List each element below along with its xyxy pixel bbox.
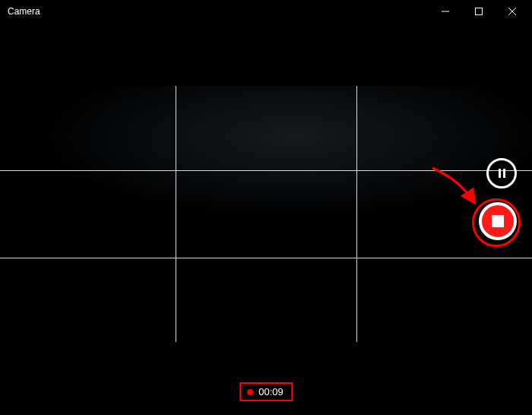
framing-grid-line: [176, 86, 176, 342]
titlebar: Camera: [0, 0, 532, 23]
pause-recording-button[interactable]: [486, 158, 517, 188]
minimize-icon: [442, 8, 449, 15]
framing-grid-line: [0, 170, 532, 171]
maximize-button[interactable]: [462, 0, 496, 23]
framing-grid-line: [356, 86, 357, 342]
svg-rect-1: [476, 8, 483, 15]
stop-icon: [492, 215, 504, 227]
recording-timer: 00:09: [239, 382, 293, 401]
close-button[interactable]: [496, 0, 529, 23]
stop-recording-button[interactable]: [479, 202, 517, 240]
framing-grid-line: [0, 258, 532, 258]
camera-viewfinder: [0, 86, 532, 342]
minimize-button[interactable]: [429, 0, 462, 23]
window-controls: [429, 0, 529, 23]
recording-indicator-icon: [247, 389, 253, 395]
window-title: Camera: [8, 0, 40, 23]
close-icon: [508, 8, 516, 15]
maximize-icon: [475, 8, 483, 15]
camera-app-window: Camera: [0, 0, 532, 415]
recording-elapsed-time: 00:09: [258, 386, 283, 398]
pause-icon: [499, 169, 505, 178]
